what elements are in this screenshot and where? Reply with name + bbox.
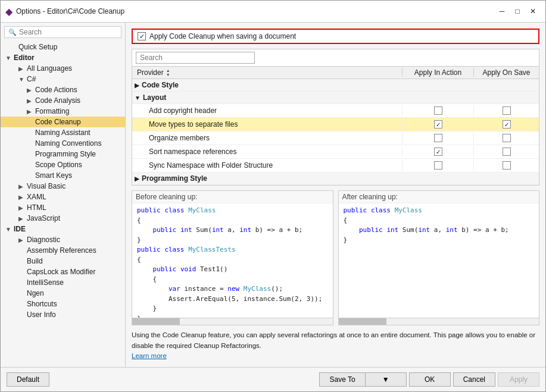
sidebar-item-ngen[interactable]: Ngen bbox=[1, 288, 125, 299]
sidebar-item-csharp[interactable]: ▼ C# bbox=[1, 74, 125, 84]
checkbox-icon[interactable]: ✓ bbox=[503, 120, 511, 128]
sidebar-item-xaml[interactable]: ▶ XAML bbox=[1, 192, 125, 202]
sidebar-search-wrap[interactable]: 🔍 bbox=[4, 26, 121, 38]
item-label: Sort namespace references bbox=[132, 148, 402, 156]
sidebar-item-visual-basic[interactable]: ▶ Visual Basic bbox=[1, 181, 125, 192]
sidebar-item-code-cleanup[interactable]: Code Cleanup bbox=[1, 117, 125, 127]
provider-search bbox=[132, 49, 539, 67]
sidebar-item-label: Diagnostic bbox=[27, 236, 60, 244]
window-title: Options - Editor\C#\Code Cleanup bbox=[16, 7, 124, 15]
apply-in-action-col-header: Apply In Action bbox=[402, 68, 473, 77]
provider-col-header[interactable]: Provider ▲▼ bbox=[132, 68, 402, 77]
save-to-dropdown-button[interactable]: ▼ bbox=[365, 372, 407, 387]
default-button[interactable]: Default bbox=[7, 372, 49, 387]
sidebar-item-naming-conventions[interactable]: Naming Conventions bbox=[1, 138, 125, 149]
sidebar-item-diagnostic[interactable]: ▶ Diagnostic bbox=[1, 234, 125, 245]
checkbox-icon[interactable] bbox=[503, 161, 511, 170]
sidebar-item-shortcuts[interactable]: Shortcuts bbox=[1, 299, 125, 309]
before-code-body[interactable]: public class MyClass { public int Sum(in… bbox=[132, 203, 333, 318]
expand-arrow-icon: ▶ bbox=[135, 82, 139, 89]
sidebar-item-label: All Languages bbox=[27, 64, 72, 73]
checkbox-icon[interactable] bbox=[503, 106, 511, 115]
sidebar-item-editor[interactable]: ▼ Editor bbox=[1, 52, 125, 63]
provider-search-input[interactable] bbox=[136, 52, 255, 64]
sidebar-item-html[interactable]: ▶ HTML bbox=[1, 202, 125, 213]
sidebar-item-code-analysis[interactable]: ▶ Code Analysis bbox=[1, 95, 125, 106]
after-scrollbar[interactable] bbox=[339, 318, 539, 325]
action-check-sync-namespace[interactable] bbox=[402, 160, 473, 171]
group-programming-style[interactable]: ▶ Programming Style bbox=[132, 173, 539, 185]
action-check-organize-members[interactable] bbox=[402, 133, 473, 143]
apply-button[interactable]: Apply bbox=[498, 372, 539, 387]
ok-button[interactable]: OK bbox=[409, 372, 451, 387]
after-code-body[interactable]: public class MyClass { public int Sum(in… bbox=[339, 203, 539, 318]
sidebar-item-naming-assistant[interactable]: Naming Assistant bbox=[1, 127, 125, 138]
maximize-button[interactable]: □ bbox=[510, 4, 525, 18]
save-check-sync-namespace[interactable] bbox=[473, 160, 539, 171]
checkbox-icon[interactable] bbox=[434, 161, 442, 170]
sidebar-search-input[interactable] bbox=[19, 28, 117, 36]
arrow-icon: ▼ bbox=[5, 55, 14, 61]
sidebar-item-user-info[interactable]: User Info bbox=[1, 309, 125, 320]
sidebar-item-intellisense[interactable]: IntelliSense bbox=[1, 277, 125, 288]
group-label: Code Style bbox=[142, 81, 179, 89]
right-panel: ✓ Apply Code Cleanup when saving a docum… bbox=[126, 23, 545, 367]
checkbox-icon[interactable] bbox=[503, 148, 511, 156]
checkbox-icon[interactable]: ✓ bbox=[434, 120, 442, 128]
sidebar-item-ide[interactable]: ▼ IDE bbox=[1, 224, 125, 234]
sidebar-item-capslock-modifier[interactable]: CapsLock as Modifier bbox=[1, 266, 125, 277]
group-label: Layout bbox=[143, 93, 166, 102]
action-check-add-copyright[interactable] bbox=[402, 105, 473, 116]
minimize-button[interactable]: ─ bbox=[494, 4, 510, 18]
sidebar-item-scope-options[interactable]: Scope Options bbox=[1, 159, 125, 170]
sidebar-item-label: HTML bbox=[27, 203, 46, 212]
cancel-button[interactable]: Cancel bbox=[453, 372, 495, 387]
save-check-move-types[interactable]: ✓ bbox=[473, 119, 539, 130]
main-content: 🔍 Quick Setup ▼ Editor ▶ All L bbox=[1, 23, 545, 367]
item-label: Sync Namespace with Folder Structure bbox=[132, 161, 402, 170]
sidebar-item-label: CapsLock as Modifier bbox=[27, 268, 95, 276]
apply-in-action-label: Apply In Action bbox=[414, 68, 461, 77]
sidebar-item-build[interactable]: Build bbox=[1, 256, 125, 266]
description-text: Using the Code Cleanup feature, you can … bbox=[132, 331, 535, 349]
checkbox-icon[interactable]: ✓ bbox=[434, 148, 442, 156]
apply-checkbox-row[interactable]: ✓ Apply Code Cleanup when saving a docum… bbox=[132, 29, 539, 44]
sidebar-item-smart-keys[interactable]: Smart Keys bbox=[1, 170, 125, 181]
learn-more-link[interactable]: Learn more bbox=[132, 352, 167, 359]
sidebar-item-all-languages[interactable]: ▶ All Languages bbox=[1, 63, 125, 74]
save-check-add-copyright[interactable] bbox=[473, 105, 539, 116]
apply-on-save-col-header: Apply On Save bbox=[473, 68, 539, 77]
table-row: Move types to separate files ✓ ✓ bbox=[132, 118, 539, 131]
title-controls: ─ □ ✕ bbox=[494, 4, 541, 18]
sidebar-item-code-actions[interactable]: ▶ Code Actions bbox=[1, 84, 125, 95]
sidebar-item-programming-style[interactable]: Programming Style bbox=[1, 149, 125, 159]
before-label: Before cleaning up: bbox=[132, 191, 333, 203]
sidebar-item-assembly-references[interactable]: Assembly References bbox=[1, 245, 125, 256]
save-to-button[interactable]: Save To bbox=[319, 372, 364, 387]
arrow-icon: ▶ bbox=[27, 87, 35, 93]
action-check-sort-namespace[interactable]: ✓ bbox=[402, 146, 473, 157]
sidebar-item-javascript[interactable]: ▶ JavaScript bbox=[1, 213, 125, 224]
checkbox-icon[interactable] bbox=[503, 134, 511, 142]
expand-arrow-icon: ▶ bbox=[135, 175, 139, 182]
action-check-move-types[interactable]: ✓ bbox=[402, 119, 473, 130]
save-check-sort-namespace[interactable] bbox=[473, 146, 539, 157]
sidebar-search-icon: 🔍 bbox=[8, 29, 17, 36]
provider-col-label: Provider bbox=[137, 68, 164, 77]
sidebar-item-label: JavaScript bbox=[27, 214, 60, 222]
before-scrollbar[interactable] bbox=[132, 318, 333, 325]
checkbox-icon[interactable] bbox=[434, 134, 442, 142]
arrow-icon: ▶ bbox=[18, 205, 27, 211]
group-code-style[interactable]: ▶ Code Style bbox=[132, 79, 539, 92]
sidebar-item-quick-setup[interactable]: Quick Setup bbox=[1, 42, 125, 52]
save-check-organize-members[interactable] bbox=[473, 133, 539, 143]
apply-checkbox[interactable]: ✓ bbox=[138, 32, 146, 40]
group-layout[interactable]: ▼ Layout bbox=[132, 92, 539, 104]
sidebar-item-label: Ngen bbox=[27, 289, 44, 297]
arrow-icon: ▼ bbox=[5, 226, 14, 233]
provider-body: ▶ Code Style ▼ Layout Add copyright head… bbox=[132, 79, 539, 185]
sidebar-item-formatting[interactable]: ▶ Formatting bbox=[1, 106, 125, 117]
checkbox-icon[interactable] bbox=[434, 106, 442, 115]
sidebar-item-label: Programming Style bbox=[35, 150, 96, 158]
close-button[interactable]: ✕ bbox=[525, 4, 541, 18]
